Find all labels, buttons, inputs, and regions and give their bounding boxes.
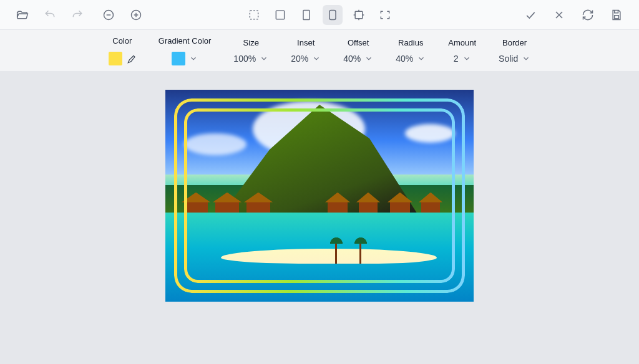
setting-gradient-color: Gradient Color bbox=[147, 30, 223, 71]
setting-amount[interactable]: Amount 2 bbox=[437, 30, 487, 71]
zoom-in-button[interactable] bbox=[126, 5, 146, 25]
settings-bar: Color Gradient Color Size 100% Inset 20%… bbox=[0, 30, 639, 71]
setting-offset-label: Offset bbox=[348, 38, 369, 47]
setting-size-value: 100% bbox=[233, 54, 256, 64]
minus-circle-icon bbox=[102, 9, 115, 21]
setting-color: Color bbox=[97, 30, 147, 71]
close-icon bbox=[553, 9, 565, 21]
setting-radius-label: Radius bbox=[398, 38, 423, 47]
rect-expand-icon bbox=[353, 9, 365, 21]
setting-color-label: Color bbox=[112, 36, 132, 46]
chevron-down-icon bbox=[364, 54, 373, 63]
chevron-down-icon bbox=[312, 54, 321, 63]
frame-expand-button[interactable] bbox=[349, 5, 369, 25]
open-button[interactable] bbox=[12, 5, 32, 25]
dashed-rect-icon bbox=[248, 9, 260, 21]
refresh-icon bbox=[582, 9, 594, 21]
canvas-area bbox=[0, 71, 639, 364]
cancel-button[interactable] bbox=[549, 5, 569, 25]
chevron-down-icon bbox=[522, 54, 530, 63]
svg-rect-7 bbox=[303, 10, 310, 19]
setting-inset[interactable]: Inset 20% bbox=[280, 30, 332, 71]
undo-button[interactable] bbox=[40, 5, 60, 25]
rect-portrait-icon bbox=[300, 9, 313, 21]
preview-scene bbox=[165, 90, 474, 302]
top-toolbar bbox=[0, 0, 639, 30]
toolbar-center bbox=[219, 5, 421, 25]
select-area-button[interactable] bbox=[244, 5, 264, 25]
toolbar-right bbox=[425, 5, 627, 25]
rect-rounded-icon bbox=[326, 9, 339, 21]
setting-size-label: Size bbox=[243, 38, 259, 47]
setting-amount-value: 2 bbox=[454, 54, 459, 64]
chevron-down-icon[interactable] bbox=[189, 54, 198, 63]
plus-circle-icon bbox=[130, 9, 142, 21]
svg-rect-9 bbox=[355, 11, 363, 19]
setting-offset-value: 40% bbox=[343, 54, 361, 64]
folder-open-icon bbox=[16, 9, 29, 21]
setting-inset-label: Inset bbox=[297, 38, 315, 47]
svg-rect-6 bbox=[276, 11, 284, 19]
svg-rect-5 bbox=[250, 11, 258, 19]
redo-button[interactable] bbox=[67, 5, 87, 25]
save-button[interactable] bbox=[607, 5, 627, 25]
setting-amount-label: Amount bbox=[448, 38, 476, 47]
chevron-down-icon bbox=[462, 54, 471, 63]
zoom-out-button[interactable] bbox=[99, 5, 119, 25]
chevron-down-icon bbox=[260, 54, 268, 63]
chevron-down-icon bbox=[417, 54, 426, 63]
reset-button[interactable] bbox=[578, 5, 598, 25]
frame-portrait-button[interactable] bbox=[296, 5, 316, 25]
undo-icon bbox=[44, 9, 56, 21]
setting-border[interactable]: Border Solid bbox=[487, 30, 542, 71]
gradient-color-swatch[interactable] bbox=[172, 52, 185, 65]
color-swatch[interactable] bbox=[109, 52, 122, 65]
fullscreen-button[interactable] bbox=[375, 5, 395, 25]
frame-rounded-button[interactable] bbox=[323, 5, 343, 25]
svg-rect-8 bbox=[329, 10, 336, 19]
setting-border-label: Border bbox=[502, 38, 527, 47]
setting-border-value: Solid bbox=[499, 54, 518, 64]
setting-inset-value: 20% bbox=[291, 54, 308, 64]
image-preview[interactable] bbox=[165, 90, 474, 302]
setting-radius[interactable]: Radius 40% bbox=[384, 30, 437, 71]
rect-full-icon bbox=[274, 9, 286, 21]
redo-icon bbox=[71, 9, 84, 21]
setting-radius-value: 40% bbox=[396, 54, 413, 64]
setting-offset[interactable]: Offset 40% bbox=[332, 30, 384, 71]
eyedropper-icon[interactable] bbox=[126, 54, 136, 64]
fullscreen-icon bbox=[379, 9, 391, 21]
setting-gradient-color-label: Gradient Color bbox=[159, 36, 212, 46]
toolbar-left bbox=[12, 5, 214, 25]
check-icon bbox=[524, 9, 537, 21]
accept-button[interactable] bbox=[520, 5, 540, 25]
save-icon bbox=[610, 9, 623, 21]
svg-rect-16 bbox=[615, 15, 619, 18]
frame-full-button[interactable] bbox=[270, 5, 290, 25]
setting-size[interactable]: Size 100% bbox=[222, 30, 280, 71]
